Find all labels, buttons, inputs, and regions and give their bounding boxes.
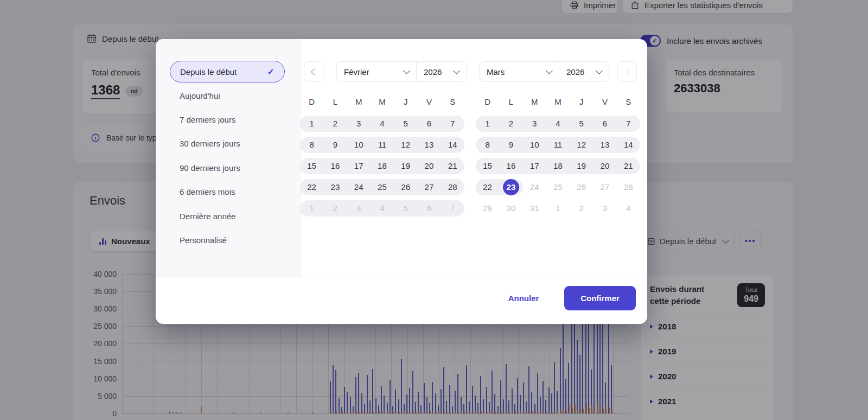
- day-cell[interactable]: 14: [617, 137, 640, 153]
- day-cell[interactable]: 3: [593, 200, 616, 217]
- day-cell[interactable]: 5: [570, 116, 593, 132]
- day-cell[interactable]: 9: [499, 137, 522, 153]
- date-picker-modal: Depuis le début✓Aujourd'hui7 derniers jo…: [156, 39, 647, 324]
- day-cell[interactable]: 29: [476, 200, 499, 217]
- day-cell[interactable]: 22: [300, 179, 323, 195]
- day-cell[interactable]: 1: [300, 116, 323, 132]
- chevron-down-icon: [546, 67, 553, 74]
- cancel-button[interactable]: Annuler: [496, 290, 551, 307]
- day-cell[interactable]: 24: [523, 179, 546, 195]
- preset-label: Depuis le début: [180, 67, 237, 77]
- day-cell[interactable]: 7: [441, 200, 464, 217]
- day-cell[interactable]: 18: [371, 158, 394, 174]
- day-cell[interactable]: 14: [441, 137, 464, 153]
- day-cell[interactable]: 15: [476, 158, 499, 174]
- day-cell[interactable]: 25: [546, 179, 570, 195]
- day-cell[interactable]: 28: [617, 179, 640, 195]
- day-cell[interactable]: 2: [323, 200, 347, 217]
- month-select-0[interactable]: Février: [337, 62, 417, 81]
- day-cell[interactable]: 13: [593, 137, 616, 153]
- day-cell[interactable]: 2: [499, 116, 522, 132]
- day-cell[interactable]: 26: [570, 179, 593, 195]
- day-cell[interactable]: 2: [323, 116, 347, 132]
- day-cell[interactable]: 11: [546, 137, 570, 153]
- day-header: M: [347, 94, 371, 110]
- day-cell[interactable]: 18: [546, 158, 570, 174]
- day-cell[interactable]: 8: [300, 137, 323, 153]
- day-cell[interactable]: 20: [417, 158, 441, 174]
- day-cell[interactable]: 8: [476, 137, 499, 153]
- day-cell[interactable]: 21: [617, 158, 640, 174]
- day-cell[interactable]: 22: [476, 179, 499, 195]
- preset-90-derniers-jours[interactable]: 90 derniers jours: [180, 163, 240, 173]
- day-cell[interactable]: 17: [523, 158, 546, 174]
- calendar-week-row: 15161718192021: [300, 158, 464, 174]
- day-cell[interactable]: 4: [617, 200, 640, 217]
- day-cell[interactable]: 10: [523, 137, 546, 153]
- preset-depuis-le-d-but-selected[interactable]: Depuis le début✓: [170, 61, 285, 82]
- year-select-1[interactable]: 2026: [559, 62, 609, 81]
- day-cell[interactable]: 31: [523, 200, 546, 217]
- day-cell[interactable]: 26: [394, 179, 417, 195]
- preset-aujourd-hui[interactable]: Aujourd'hui: [180, 91, 220, 100]
- day-cell[interactable]: 3: [347, 116, 371, 132]
- day-cell[interactable]: 13: [417, 137, 441, 153]
- day-header: D: [476, 94, 499, 110]
- day-cell[interactable]: 1: [546, 200, 570, 217]
- day-cell[interactable]: 4: [371, 200, 394, 217]
- day-cell[interactable]: 4: [546, 116, 570, 132]
- preset-30-derniers-jours[interactable]: 30 derniers jours: [180, 139, 240, 148]
- calendar-week-row: 1234567: [300, 116, 464, 132]
- year-select-0[interactable]: 2026: [417, 62, 466, 81]
- preset-derni-re-ann-e[interactable]: Dernière année: [180, 212, 235, 221]
- day-cell[interactable]: 27: [593, 179, 616, 195]
- day-cell[interactable]: 24: [347, 179, 371, 195]
- day-cell[interactable]: 21: [441, 158, 464, 174]
- day-cell[interactable]: 5: [394, 200, 417, 217]
- calendar-1: DLMMJVS123456789101112131415161718192021…: [476, 94, 640, 221]
- day-cell[interactable]: 30: [499, 200, 522, 217]
- day-cell[interactable]: 3: [523, 116, 546, 132]
- preset-6-derniers-mois[interactable]: 6 derniers mois: [180, 187, 235, 196]
- day-cell[interactable]: 7: [441, 116, 464, 132]
- calendar-week-row: 22232425262728: [476, 179, 640, 195]
- day-cell[interactable]: 23: [323, 179, 347, 195]
- day-cell[interactable]: 11: [371, 137, 394, 153]
- day-cell[interactable]: 17: [347, 158, 371, 174]
- day-selected[interactable]: 23: [499, 179, 522, 195]
- day-cell[interactable]: 5: [394, 116, 417, 132]
- day-cell[interactable]: 9: [323, 137, 347, 153]
- day-cell[interactable]: 6: [417, 200, 441, 217]
- day-cell[interactable]: 16: [499, 158, 522, 174]
- day-cell[interactable]: 28: [441, 179, 464, 195]
- day-cell[interactable]: 1: [476, 116, 499, 132]
- day-cell[interactable]: 4: [371, 116, 394, 132]
- preset-7-derniers-jours[interactable]: 7 derniers jours: [180, 115, 235, 124]
- day-cell[interactable]: 15: [300, 158, 323, 174]
- preset-personnalis[interactable]: Personnalisé: [180, 236, 227, 245]
- day-cell[interactable]: 6: [417, 116, 441, 132]
- day-cell[interactable]: 10: [347, 137, 371, 153]
- day-cell[interactable]: 27: [417, 179, 441, 195]
- day-header: J: [394, 94, 417, 110]
- prev-month-button[interactable]: [304, 61, 323, 82]
- day-cell[interactable]: 7: [617, 116, 640, 132]
- selected-day-circle: 23: [503, 179, 519, 195]
- day-cell[interactable]: 2: [570, 200, 593, 217]
- confirm-button[interactable]: Confirmer: [564, 286, 636, 310]
- day-cell[interactable]: 1: [300, 200, 323, 217]
- day-cell[interactable]: 12: [394, 137, 417, 153]
- day-cell[interactable]: 20: [593, 158, 616, 174]
- day-cell[interactable]: 19: [394, 158, 417, 174]
- day-header-row: DLMMJVS: [476, 94, 640, 110]
- day-cell[interactable]: 12: [570, 137, 593, 153]
- calendar-week-row: 1234567: [300, 200, 464, 217]
- day-cell[interactable]: 3: [347, 200, 371, 217]
- day-cell[interactable]: 25: [371, 179, 394, 195]
- day-cell[interactable]: 6: [593, 116, 616, 132]
- month-select-1[interactable]: Mars: [480, 62, 559, 81]
- day-cell[interactable]: 16: [323, 158, 347, 174]
- month-year-select-1: Mars 2026: [479, 61, 609, 82]
- calendar-week-row: 891011121314: [300, 137, 464, 153]
- day-cell[interactable]: 19: [570, 158, 593, 174]
